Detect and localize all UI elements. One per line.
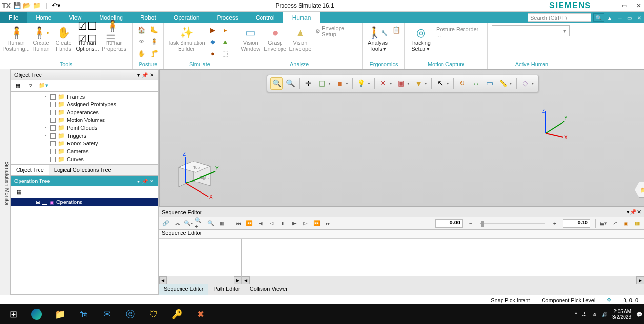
- simulation-monitor-tab[interactable]: Simulation Monitor: [0, 69, 11, 295]
- rotate-icon[interactable]: ↻: [456, 77, 469, 90]
- cube-solid-icon[interactable]: ■: [333, 77, 346, 90]
- hex-folder-icon[interactable]: 📁: [635, 182, 644, 198]
- envelope-setup-button[interactable]: ⚙ Envelope Setup: [315, 25, 358, 37]
- play-back-icon[interactable]: ◁: [267, 219, 277, 228]
- jump-start-icon[interactable]: ⏮: [233, 219, 243, 228]
- filter-icon[interactable]: ▼: [412, 77, 425, 90]
- step-display[interactable]: 0.10: [563, 219, 590, 228]
- sim-btn-5[interactable]: ●: [207, 48, 219, 59]
- zoom-in-icon[interactable]: 🔍+: [195, 219, 204, 228]
- seq-extra-4[interactable]: ▦: [632, 219, 642, 228]
- maximize-button[interactable]: ▭: [621, 2, 627, 9]
- sequence-body[interactable]: ◀▶ ◀▶: [159, 239, 644, 284]
- jump-end-icon[interactable]: ⏭: [323, 219, 333, 228]
- search-input[interactable]: Search (Ctrl+F): [528, 13, 591, 22]
- zoom-fit-seq-icon[interactable]: 🔍: [206, 219, 216, 228]
- step-back-icon[interactable]: ⏪: [244, 219, 254, 228]
- seq-extra-3[interactable]: ▣: [621, 219, 631, 228]
- sequence-editor-header[interactable]: Sequence Editor ▾ 📌 ✕: [159, 207, 644, 217]
- zoom-icon[interactable]: 🔍: [284, 77, 297, 90]
- tree-tool-1[interactable]: ▦: [13, 81, 23, 90]
- close-icon[interactable]: ✕: [148, 72, 155, 78]
- operation-tree-header[interactable]: Operation Tree ▾ 📌 ✕: [11, 176, 159, 186]
- tab-logical-collections[interactable]: Logical Collections Tree: [49, 165, 116, 175]
- taskbar-app[interactable]: ✖: [189, 304, 212, 324]
- object-tree-header[interactable]: Object Tree ▾ 📌 ✕: [11, 69, 159, 80]
- next-icon[interactable]: ▷: [301, 219, 310, 228]
- grasp-envelope-button[interactable]: ● Grasp Envelope: [263, 24, 287, 53]
- active-human-dropdown[interactable]: ▾: [492, 25, 570, 36]
- status-snap[interactable]: Snap Pick Intent: [491, 297, 530, 303]
- taskbar-store[interactable]: 🛍: [72, 304, 95, 324]
- dropdown-icon[interactable]: ▾: [135, 179, 141, 184]
- status-component[interactable]: Component Pick Level: [542, 297, 595, 303]
- light-icon[interactable]: 💡: [355, 77, 368, 90]
- posture-btn-6[interactable]: 🦵: [148, 48, 160, 59]
- pin-icon[interactable]: 📌: [141, 179, 148, 184]
- move-icon[interactable]: ↔: [470, 77, 483, 90]
- tab-object-tree[interactable]: Object Tree: [11, 165, 49, 175]
- sim-btn-2[interactable]: ▸: [220, 24, 231, 35]
- pin-icon[interactable]: 📌: [141, 72, 148, 78]
- dropdown-icon[interactable]: ▾: [135, 72, 141, 78]
- tray-sound-icon[interactable]: 🔊: [602, 312, 607, 317]
- sim-btn-4[interactable]: ▲: [220, 36, 231, 47]
- tab-operation[interactable]: Operation: [165, 12, 208, 23]
- create-hands-button[interactable]: ✋ Create Hands: [53, 24, 74, 53]
- posture-btn-1[interactable]: 🏠: [136, 24, 147, 35]
- tab-path-editor[interactable]: Path Editor: [208, 284, 244, 295]
- grid-icon[interactable]: ▦: [217, 219, 227, 228]
- posture-btn-2[interactable]: 🦶: [148, 24, 160, 35]
- time-display[interactable]: 0.00: [435, 219, 463, 228]
- vision-envelope-button[interactable]: ▲ Vision Envelope: [288, 24, 312, 53]
- ribbon-min[interactable]: ─: [615, 13, 624, 22]
- analysis-tools-button[interactable]: 🚶🔧 Analysis Tools ▾: [366, 24, 390, 53]
- tab-control[interactable]: Control: [247, 12, 283, 23]
- seq-extra-2[interactable]: ↗: [610, 219, 620, 228]
- search-button[interactable]: 🔍: [593, 13, 604, 22]
- tab-sequence-editor[interactable]: Sequence Editor: [159, 284, 208, 295]
- sim-btn-1[interactable]: ▶: [207, 24, 219, 35]
- select-rect-icon[interactable]: ▭: [483, 77, 496, 90]
- open-folder-icon[interactable]: 📁: [33, 2, 40, 10]
- tray-notifications-icon[interactable]: 💬: [636, 312, 642, 317]
- eraser-icon[interactable]: ◇: [519, 77, 532, 90]
- task-simulation-builder-button[interactable]: ✨ Task Simulation Builder: [167, 24, 206, 53]
- object-tree-body[interactable]: ⋯📁Frames ⋯📁Assigned Prototypes ⋯📁Appeara…: [11, 92, 159, 165]
- ribbon-close[interactable]: ✕: [635, 13, 644, 22]
- 3d-viewport[interactable]: 🔍 🔍 ✛ ◫▼ ■▼ 💡▼ ✕▼ ▣▼ ▼▼ ↖▼ ↻ ↔ ▭ 📏▼: [159, 69, 644, 207]
- undo-icon[interactable]: ↶▾: [52, 2, 60, 10]
- taskbar-security[interactable]: 🛡: [142, 304, 165, 324]
- close-button[interactable]: ✕: [635, 2, 642, 9]
- tree-tool-2[interactable]: ▿: [26, 81, 36, 90]
- save-icon[interactable]: 💾: [13, 2, 21, 10]
- cube-wireframe-icon[interactable]: ◫: [316, 77, 328, 90]
- seq-extra-1[interactable]: ⬓▾: [599, 219, 608, 228]
- operation-tree-body[interactable]: ⊟ ▣ Operations: [11, 197, 159, 295]
- cursor-icon[interactable]: ↖: [434, 77, 447, 90]
- close-icon[interactable]: ✕: [637, 209, 641, 215]
- tab-collision-viewer[interactable]: Collision Viewer: [245, 284, 293, 295]
- prev-icon[interactable]: ◀: [256, 219, 265, 228]
- tab-robot[interactable]: Robot: [132, 12, 165, 23]
- play-icon[interactable]: ▶: [289, 219, 299, 228]
- tray-chevron-up[interactable]: ˄: [575, 312, 577, 317]
- taskbar-explorer[interactable]: 📁: [49, 304, 71, 324]
- operation-root[interactable]: ⊟ ▣ Operations: [11, 198, 158, 206]
- link-icon[interactable]: 🔗: [161, 219, 171, 228]
- time-plus-icon[interactable]: +: [550, 219, 560, 228]
- human-options-button[interactable]: ☑☐☑☐ Human Options...: [75, 24, 100, 53]
- posture-btn-5[interactable]: ✋: [136, 48, 147, 59]
- zoom-out-icon[interactable]: 🔍-: [183, 219, 193, 228]
- open-icon[interactable]: 📂: [23, 2, 31, 10]
- taskbar-keys[interactable]: 🔑: [166, 304, 188, 324]
- create-human-button[interactable]: 🧍✦ Create Human: [30, 24, 52, 53]
- tab-file[interactable]: File: [0, 12, 27, 23]
- axis-icon[interactable]: ✕: [377, 77, 390, 90]
- ribbon-restore[interactable]: ▭: [625, 13, 634, 22]
- tab-process[interactable]: Process: [208, 12, 247, 23]
- minimize-button[interactable]: ─: [606, 2, 613, 9]
- posture-btn-3[interactable]: 👁: [136, 36, 147, 47]
- ribbon-collapse-up[interactable]: ▲: [605, 13, 614, 22]
- taskbar-edge[interactable]: [25, 304, 48, 324]
